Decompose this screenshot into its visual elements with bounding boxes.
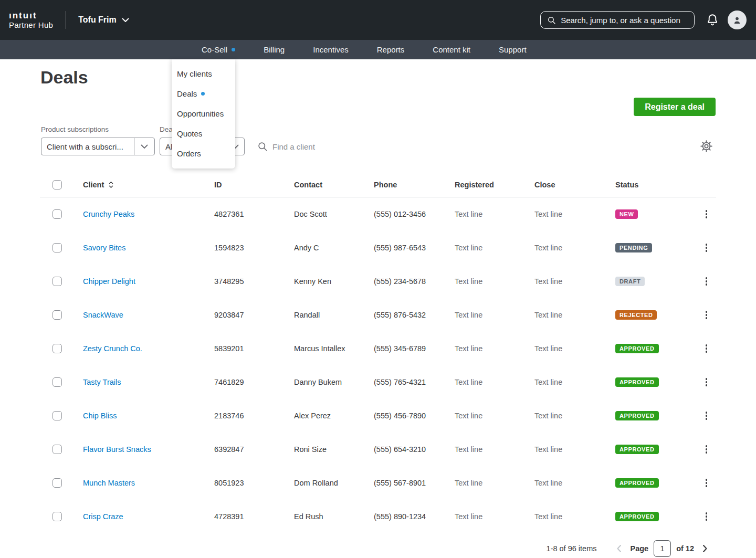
global-search[interactable] — [540, 11, 695, 29]
status-badge: APPROVED — [615, 478, 659, 488]
cell-phone: (555) 456-7890 — [374, 412, 455, 420]
kebab-icon — [706, 344, 708, 346]
table-row: SnackWave 9203847 Randall (555) 876-5432… — [40, 298, 716, 332]
row-actions-button[interactable] — [702, 344, 711, 353]
cell-phone: (555) 765-4321 — [374, 378, 455, 386]
cell-contact: Ed Rush — [294, 512, 374, 521]
kebab-icon — [706, 210, 708, 212]
cell-phone: (555) 987-6543 — [374, 244, 455, 252]
row-checkbox[interactable] — [52, 411, 62, 420]
kebab-icon — [706, 277, 708, 279]
kebab-icon — [706, 445, 708, 447]
cell-registered: Text line — [455, 479, 534, 487]
cell-close: Text line — [534, 512, 615, 521]
global-search-input[interactable] — [561, 16, 688, 25]
page-of-label: of 12 — [676, 544, 694, 553]
row-actions-button[interactable] — [702, 445, 711, 454]
row-checkbox[interactable] — [52, 445, 62, 454]
topbar-divider — [66, 11, 66, 29]
client-link[interactable]: Zesty Crunch Co. — [83, 344, 142, 353]
table-settings-button[interactable] — [700, 140, 713, 155]
menu-item-label: Deals — [177, 89, 197, 98]
select-all-checkbox[interactable] — [52, 180, 62, 189]
cell-id: 4827361 — [214, 210, 294, 218]
row-actions-button[interactable] — [702, 244, 711, 252]
row-checkbox[interactable] — [52, 478, 62, 488]
column-header-phone: Phone — [374, 181, 455, 189]
table-row: Munch Masters 8051923 Dom Rolland (555) … — [40, 466, 716, 500]
client-link[interactable]: Munch Masters — [83, 479, 135, 487]
kebab-icon — [706, 378, 708, 380]
nav-item-billing[interactable]: Billing — [264, 45, 285, 54]
row-checkbox[interactable] — [52, 344, 62, 353]
column-header-close: Close — [534, 181, 615, 189]
next-page-button[interactable] — [698, 544, 712, 553]
table-row: Tasty Trails 7461829 Danny Bukem (555) 7… — [40, 365, 716, 399]
row-checkbox[interactable] — [52, 377, 62, 387]
menu-item-orders[interactable]: Orders — [172, 143, 235, 163]
client-link[interactable]: SnackWave — [83, 311, 123, 319]
row-actions-button[interactable] — [702, 479, 711, 487]
notifications-button[interactable] — [706, 13, 719, 27]
column-header-client[interactable]: Client — [83, 181, 214, 189]
table-row: Zesty Crunch Co. 5839201 Marcus Intallex… — [40, 332, 716, 365]
nav-item-reports[interactable]: Reports — [377, 45, 405, 54]
client-link[interactable]: Savory Bites — [83, 244, 125, 252]
kebab-icon — [706, 412, 708, 414]
product-subscriptions-select[interactable]: Client with a subscri... — [41, 138, 155, 155]
cell-id: 9203847 — [214, 311, 294, 319]
row-actions-button[interactable] — [702, 512, 711, 521]
menu-item-opportunities[interactable]: Opportunities — [172, 103, 235, 123]
client-link[interactable]: Crisp Craze — [83, 512, 123, 521]
nav-item-co-sell[interactable]: Co-Sell — [202, 45, 235, 54]
menu-item-deals[interactable]: Deals — [172, 83, 235, 103]
client-link[interactable]: Chip Bliss — [83, 412, 117, 420]
sort-icon — [108, 181, 114, 188]
cell-phone: (555) 234-5678 — [374, 277, 455, 286]
row-checkbox[interactable] — [52, 512, 62, 521]
cell-contact: Dom Rolland — [294, 479, 374, 487]
notification-dot — [232, 48, 235, 51]
row-actions-button[interactable] — [702, 412, 711, 420]
row-checkbox[interactable] — [52, 310, 62, 320]
menu-item-quotes[interactable]: Quotes — [172, 123, 235, 143]
find-client-input[interactable] — [272, 142, 367, 151]
client-link[interactable]: Tasty Trails — [83, 378, 121, 386]
menu-item-my-clients[interactable]: My clients — [172, 64, 235, 83]
status-badge: REJECTED — [615, 310, 657, 320]
page-title: Deals — [40, 67, 88, 88]
find-client-search[interactable] — [257, 138, 367, 155]
page-number-input[interactable] — [654, 540, 671, 557]
row-actions-button[interactable] — [702, 277, 711, 286]
register-a-deal-button[interactable]: Register a deal — [634, 98, 716, 116]
nav-item-content-kit[interactable]: Content kit — [433, 45, 470, 54]
cell-registered: Text line — [455, 412, 534, 420]
account-name: Tofu Frim — [78, 15, 117, 25]
client-link[interactable]: Flavor Burst Snacks — [83, 445, 151, 454]
deal-filter-label: Dea — [160, 125, 173, 133]
row-checkbox[interactable] — [52, 243, 62, 252]
cell-contact: Kenny Ken — [294, 277, 374, 286]
client-link[interactable]: Crunchy Peaks — [83, 210, 134, 218]
gear-icon — [700, 140, 713, 153]
cell-registered: Text line — [455, 277, 534, 286]
nav-item-incentives[interactable]: Incentives — [313, 45, 349, 54]
row-checkbox[interactable] — [52, 277, 62, 286]
row-actions-button[interactable] — [702, 311, 711, 319]
cell-phone: (555) 012-3456 — [374, 210, 455, 218]
table-row: Savory Bites 1594823 Andy C (555) 987-65… — [40, 231, 716, 265]
row-actions-button[interactable] — [702, 378, 711, 386]
cell-phone: (555) 345-6789 — [374, 344, 455, 353]
cell-phone: (555) 567-8901 — [374, 479, 455, 487]
client-link[interactable]: Chipper Delight — [83, 277, 135, 286]
status-badge: PENDING — [615, 243, 652, 252]
row-checkbox[interactable] — [52, 209, 62, 219]
table-body: Crunchy Peaks 4827361 Doc Scott (555) 01… — [40, 197, 716, 533]
nav-item-support[interactable]: Support — [499, 45, 527, 54]
cell-registered: Text line — [455, 244, 534, 252]
account-switcher[interactable]: Tofu Frim — [78, 15, 129, 25]
row-actions-button[interactable] — [702, 210, 711, 218]
product-subscriptions-value: Client with a subscri... — [41, 142, 134, 151]
previous-page-button[interactable] — [612, 544, 626, 553]
user-avatar[interactable] — [728, 10, 747, 29]
